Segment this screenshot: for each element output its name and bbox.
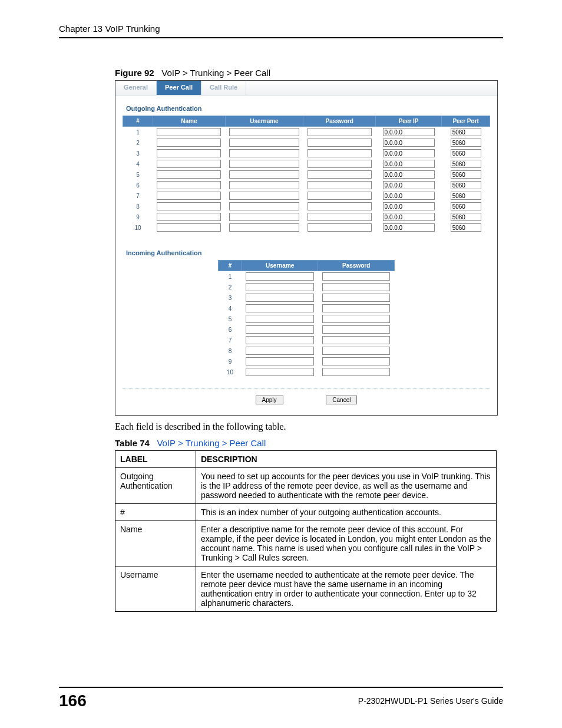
peer-ip-input[interactable]: [383, 160, 435, 168]
label-cell: #: [115, 504, 196, 521]
password-input[interactable]: [322, 357, 390, 365]
password-input[interactable]: [308, 139, 372, 147]
name-input[interactable]: [157, 170, 221, 179]
username-input[interactable]: [246, 336, 313, 344]
peer-port-input[interactable]: [451, 223, 481, 232]
peer-ip-input[interactable]: [383, 213, 435, 221]
table-label: Table 74: [115, 438, 150, 448]
password-input[interactable]: [308, 149, 372, 157]
row-num: 7: [123, 190, 153, 201]
password-input[interactable]: [308, 192, 372, 200]
password-input[interactable]: [322, 272, 390, 281]
username-input[interactable]: [229, 170, 299, 179]
peer-port-input[interactable]: [451, 139, 481, 147]
username-input[interactable]: [229, 139, 299, 147]
row-num: 7: [219, 335, 242, 345]
username-input[interactable]: [229, 128, 299, 136]
row-num: 6: [123, 180, 153, 190]
table-row: 6: [123, 180, 490, 190]
name-input[interactable]: [157, 181, 221, 189]
table-caption: Table 74 VoIP > Trunking > Peer Call: [115, 438, 503, 448]
peer-ip-input[interactable]: [383, 149, 435, 157]
password-input[interactable]: [322, 304, 390, 312]
name-input[interactable]: [157, 213, 221, 221]
cancel-button[interactable]: Cancel: [326, 396, 357, 404]
username-input[interactable]: [246, 283, 313, 291]
username-input[interactable]: [246, 347, 313, 355]
password-input[interactable]: [308, 170, 372, 179]
peer-port-input[interactable]: [451, 181, 481, 189]
username-input[interactable]: [246, 368, 313, 376]
username-input[interactable]: [246, 357, 313, 365]
username-input[interactable]: [229, 160, 299, 168]
col-user: Username: [242, 261, 318, 271]
password-input[interactable]: [308, 223, 372, 232]
table-row: 2: [123, 137, 490, 148]
name-input[interactable]: [157, 160, 221, 168]
peer-ip-input[interactable]: [383, 192, 435, 200]
password-input[interactable]: [322, 294, 390, 302]
name-input[interactable]: [157, 139, 221, 147]
table-row: 10: [123, 222, 490, 233]
table-row: 7: [219, 335, 395, 345]
table-row: 4: [123, 159, 490, 169]
username-input[interactable]: [229, 192, 299, 200]
password-input[interactable]: [322, 368, 390, 376]
password-input[interactable]: [308, 202, 372, 210]
name-input[interactable]: [157, 192, 221, 200]
password-input[interactable]: [322, 347, 390, 355]
tab-call-rule[interactable]: Call Rule: [201, 81, 246, 95]
peer-ip-input[interactable]: [383, 170, 435, 179]
peer-port-input[interactable]: [451, 149, 481, 157]
row-num: 9: [123, 212, 153, 222]
table-row: NameEnter a descriptive name for the rem…: [115, 521, 497, 566]
tab-general[interactable]: General: [115, 81, 157, 95]
table-row: 2: [219, 282, 395, 292]
password-input[interactable]: [308, 213, 372, 221]
name-input[interactable]: [157, 223, 221, 232]
username-input[interactable]: [229, 181, 299, 189]
password-input[interactable]: [308, 128, 372, 136]
password-input[interactable]: [322, 325, 390, 334]
peer-ip-input[interactable]: [383, 223, 435, 232]
peer-port-input[interactable]: [451, 160, 481, 168]
peer-ip-input[interactable]: [383, 128, 435, 136]
name-input[interactable]: [157, 202, 221, 210]
peer-port-input[interactable]: [451, 213, 481, 221]
username-input[interactable]: [229, 202, 299, 210]
table-row: 1: [219, 271, 395, 282]
peer-port-input[interactable]: [451, 128, 481, 136]
table-row: 9: [123, 212, 490, 222]
guide-name: P-2302HWUDL-P1 Series User's Guide: [358, 696, 503, 706]
username-input[interactable]: [246, 272, 313, 281]
row-num: 10: [123, 222, 153, 233]
password-input[interactable]: [322, 336, 390, 344]
username-input[interactable]: [229, 223, 299, 232]
col-peerip: Peer IP: [375, 116, 441, 127]
label-cell: Outgoing Authentication: [115, 468, 196, 504]
username-input[interactable]: [246, 294, 313, 302]
password-input[interactable]: [308, 181, 372, 189]
username-input[interactable]: [246, 304, 313, 312]
name-input[interactable]: [157, 128, 221, 136]
username-input[interactable]: [229, 213, 299, 221]
password-input[interactable]: [322, 283, 390, 291]
apply-button[interactable]: Apply: [256, 396, 283, 404]
peer-port-input[interactable]: [451, 202, 481, 210]
table-row: 3: [219, 292, 395, 303]
peer-port-input[interactable]: [451, 192, 481, 200]
peer-ip-input[interactable]: [383, 202, 435, 210]
username-input[interactable]: [246, 325, 313, 334]
password-input[interactable]: [322, 315, 390, 323]
row-num: 2: [123, 137, 153, 148]
table-row: 4: [219, 303, 395, 314]
username-input[interactable]: [246, 315, 313, 323]
peer-ip-input[interactable]: [383, 181, 435, 189]
tab-peer-call[interactable]: Peer Call: [157, 81, 201, 95]
password-input[interactable]: [308, 160, 372, 168]
peer-ip-input[interactable]: [383, 139, 435, 147]
row-num: 8: [123, 201, 153, 212]
username-input[interactable]: [229, 149, 299, 157]
peer-port-input[interactable]: [451, 170, 481, 179]
name-input[interactable]: [157, 149, 221, 157]
